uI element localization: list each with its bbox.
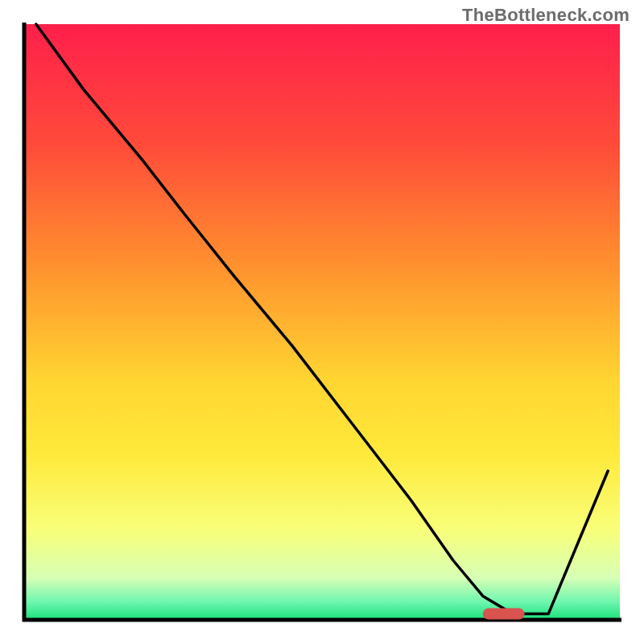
chart-svg: [0, 0, 644, 644]
optimum-marker: [483, 609, 525, 620]
gradient-background: [24, 24, 620, 620]
bottleneck-chart: TheBottleneck.com: [0, 0, 644, 644]
attribution-watermark: TheBottleneck.com: [462, 5, 630, 26]
